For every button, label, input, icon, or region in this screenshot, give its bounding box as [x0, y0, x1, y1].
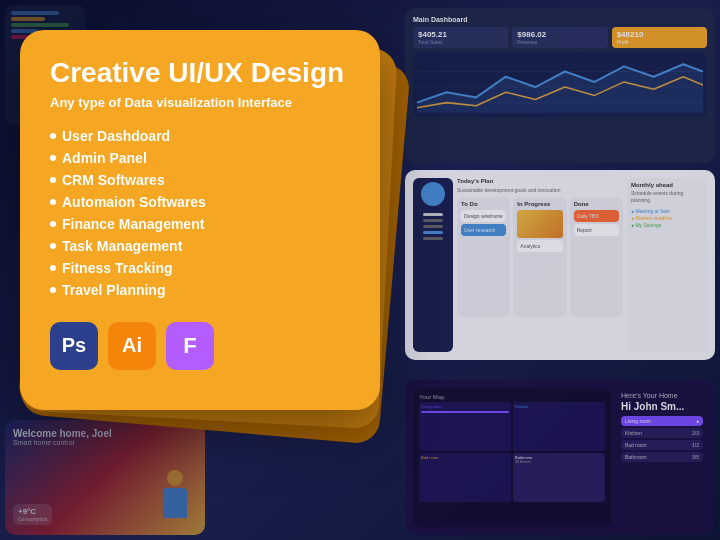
bullet-icon: [50, 221, 56, 227]
smarthome-map-label: Your Map: [419, 394, 605, 400]
dashboard-stats: $405.21 Total Sales $986.02 Revenue $482…: [413, 27, 707, 48]
list-item-crm: CRM Softwares: [50, 172, 350, 188]
dashboard-chart: [413, 52, 707, 117]
welcome-sub: Smart home control: [13, 439, 197, 446]
room-living: Living room ●: [621, 416, 703, 426]
bullet-icon: [50, 177, 56, 183]
monthly-content: Schedule events during planning: [631, 190, 703, 204]
welcome-panel: Welcome home, Joel Smart home control +9…: [5, 420, 205, 535]
card-subtitle: Any type of Data visualization Interface: [50, 95, 350, 110]
list-item-automation: Automaion Softwares: [50, 194, 350, 210]
dashboard-panel: Main Dashboard $405.21 Total Sales $986.…: [405, 8, 715, 163]
task-col-todo: To Do Design wireframe User research: [457, 197, 510, 317]
task-col-inprogress: In Progress Analytics: [513, 197, 566, 317]
bullet-icon: [50, 287, 56, 293]
task-col-done: Done Daily TBX Report: [570, 197, 623, 317]
list-item-admin: Admin Panel: [50, 150, 350, 166]
bullet-icon: [50, 265, 56, 271]
task-card: User research: [461, 224, 506, 236]
list-item-finance: Finance Management: [50, 216, 350, 232]
room-list: Living room ● Kitchen 2/3 Bad room 1/2 B…: [621, 416, 703, 462]
bullet-icon: [50, 155, 56, 161]
bullet-icon: [50, 133, 56, 139]
task-card: Design wireframe: [461, 210, 506, 222]
illustrator-icon: Ai: [108, 322, 156, 370]
stat-sales: $405.21 Total Sales: [413, 27, 508, 48]
card-title: Creative UI/UX Design: [50, 58, 350, 89]
bullet-icon: [50, 199, 56, 205]
figma-icon: F: [166, 322, 214, 370]
smarthome-subtitle: Here's Your Home: [621, 392, 703, 399]
main-card: Creative UI/UX Design Any type of Data v…: [20, 30, 380, 410]
room-bad: Bad room 1/2: [621, 440, 703, 450]
list-item-fitness: Fitness Tracking: [50, 260, 350, 276]
smarthome-greeting: Hi John Sm...: [621, 401, 703, 412]
task-card: Daily TBX: [574, 210, 619, 222]
list-item-dashboard: User Dashdoard: [50, 128, 350, 144]
services-list: User Dashdoard Admin Panel CRM Softwares…: [50, 128, 350, 298]
tools-row: Ps Ai F: [50, 322, 350, 370]
room-kitchen: Kitchen 2/3: [621, 428, 703, 438]
tasks-subtitle: Sustainable development goals and innova…: [457, 187, 623, 193]
stat-revenue: $986.02 Revenue: [512, 27, 607, 48]
tasks-panel: Today's Plan Sustainable development goa…: [405, 170, 715, 360]
welcome-text: Welcome home, Joel: [13, 428, 197, 439]
monthly-title: Monthly ahead: [631, 182, 703, 188]
tasks-title: Today's Plan: [457, 178, 623, 184]
smarthome-panel: Your Map Living room Kitchen Bad room Ba…: [405, 380, 715, 535]
list-item-task: Task Management: [50, 238, 350, 254]
task-card: Report: [574, 224, 619, 236]
bullet-icon: [50, 243, 56, 249]
dashboard-title: Main Dashboard: [413, 16, 707, 23]
stat-profit: $48210 Profit: [612, 27, 707, 48]
room-bath: Bathroom 3/5: [621, 452, 703, 462]
photoshop-icon: Ps: [50, 322, 98, 370]
task-card: Analytics: [517, 240, 562, 252]
list-item-travel: Travel Planning: [50, 282, 350, 298]
